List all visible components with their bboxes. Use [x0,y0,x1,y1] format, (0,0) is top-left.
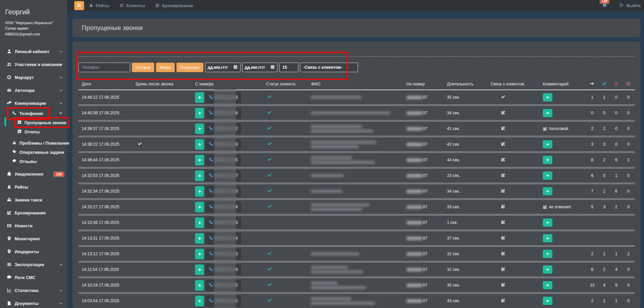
day-before-yesterday-button[interactable]: Позавчера [176,63,203,72]
client-status-cell [266,293,311,308]
caller-phone-button[interactable]: 890012342 [206,280,241,291]
edit-icon[interactable] [501,142,505,146]
sidebar-item-uchastniki-i-kompanii[interactable]: Участники и компании [0,58,67,71]
add-client-button[interactable] [195,124,204,134]
add-client-button[interactable] [195,108,204,118]
edit-icon[interactable] [501,110,505,115]
caller-phone-button[interactable]: 890012343 [206,92,241,103]
add-comment-button[interactable] [543,281,552,289]
add-comment-button[interactable] [543,93,552,101]
sidebar-item-marshrut[interactable]: Маршрут [0,71,67,84]
date-from-input[interactable]: дд.мм.гггг [205,63,240,72]
sidebar-item-dokumenty[interactable]: Документы [0,297,67,308]
client-link-select[interactable]: -Связь с клиентом- [300,63,358,72]
add-comment-button[interactable] [543,218,552,227]
add-client-button[interactable] [195,186,204,197]
topbar-item-reysy[interactable]: Рейсы [89,3,109,9]
to-number-blurred [407,158,422,162]
sidebar-item-otchety[interactable]: Отчеты [0,127,67,136]
sidebar-item-monitoring[interactable]: Мониторинг [0,232,67,245]
add-client-button[interactable] [195,280,204,291]
sidebar-item-uvedomleniya[interactable]: Уведомления239 [0,168,67,181]
topbar-item-klienty[interactable]: Клиенты [120,3,145,9]
caller-phone-button[interactable]: 890012342 [206,124,241,134]
add-client-button[interactable] [195,296,204,306]
sidebar-item-ekspluataciya[interactable]: Эксплуатация [0,258,67,271]
edit-icon[interactable] [501,157,505,162]
add-comment-button[interactable] [543,140,552,148]
sidebar-item-kommunikacii[interactable]: Коммуникации [0,97,67,110]
notifications-bell-button[interactable]: 149 [602,2,607,9]
add-comment-button[interactable] [543,172,552,180]
edit-icon[interactable] [501,251,505,256]
call-datetime: 14:11:54 17.06.2025 [78,262,136,277]
caller-phone-button[interactable]: 890012343 [206,186,241,197]
phone-filter-input[interactable] [78,63,130,72]
sidebar-item-operativnye-zadachi[interactable]: Оперативные задачи [0,148,67,157]
caller-phone-button[interactable]: 890012345 [206,155,241,165]
edit-icon[interactable] [501,189,505,193]
sidebar-item-problemy-pozhelaniya[interactable]: Проблемы / Пожелания [0,139,67,148]
to-number-cell: 07 [407,199,447,215]
caller-phone-button[interactable]: 890012348 [206,108,241,118]
caller-phone-button[interactable]: 890012343 [206,217,241,228]
sidebar-item-avtopark[interactable]: Автопарк [0,84,67,97]
per-page-select[interactable]: 15 [279,63,298,72]
edit-icon[interactable] [501,267,505,271]
menu-toggle-button[interactable] [74,1,84,10]
sidebar-item-otzyvy[interactable]: Отзывы [0,157,67,166]
add-comment-button[interactable] [543,265,552,274]
duration-cell: 35 сек. [447,90,491,105]
client-link-cell [491,90,543,105]
sidebar-item-lichnyy-kabinet[interactable]: Личный кабинет [0,45,67,58]
add-comment-button[interactable] [543,297,552,305]
sidebar-item-telefoniya[interactable]: Телефония [0,109,67,118]
edit-icon[interactable] [501,236,505,240]
caller-phone-button[interactable]: 890012343 [206,249,241,259]
today-button[interactable]: Сегодня [132,63,154,72]
edit-icon[interactable] [501,204,505,209]
sidebar-item-statistika[interactable]: Статистика [0,284,67,297]
sidebar-item-propuschenye-zvonki[interactable]: Пропущеные звонки [0,118,67,127]
logout-button[interactable]: Выйти [619,3,641,9]
caller-phone-button[interactable]: 890012344 [206,264,241,275]
topbar-item-bronirovanie[interactable]: Бронирование [155,3,193,9]
add-comment-button[interactable] [543,109,552,117]
sidebar-item-novosti[interactable]: Новости [0,220,67,232]
yesterday-button[interactable]: Вчера [156,63,174,72]
add-client-button[interactable] [195,233,204,244]
edit-icon[interactable] [501,173,505,177]
add-client-button[interactable] [195,92,204,103]
caller-phone-button[interactable]: 890012344 [206,202,241,212]
comment-text[interactable]: голосовой [543,126,586,131]
sidebar-item-incidenty[interactable]: Инциденты [0,245,67,258]
add-client-button[interactable] [195,171,204,181]
date-to-input[interactable]: дд.мм.гггг [242,63,278,72]
add-comment-button[interactable] [543,250,552,258]
sidebar-item-reysy[interactable]: Рейсы [0,181,67,194]
phone-icon [209,298,213,304]
column-header-7: Длительность [447,79,491,90]
edit-icon[interactable] [501,282,505,287]
add-comment-button[interactable] [543,187,552,195]
add-client-button[interactable] [195,139,204,150]
sidebar-item-zayavki-taksi[interactable]: Заявки такси [0,194,67,207]
add-client-button[interactable] [195,217,204,228]
caller-phone-button[interactable]: 890012343 [206,139,241,150]
add-comment-button[interactable] [543,234,552,242]
comment-text[interactable]: не отвечает [543,205,586,209]
add-client-button[interactable] [195,264,204,275]
caller-phone-button[interactable]: 890012342 [206,296,241,306]
add-client-button[interactable] [195,155,204,165]
sidebar-item-bronirovanie[interactable]: Бронирование [0,207,67,220]
edit-icon[interactable] [501,298,505,303]
caller-phone-button[interactable]: 890012347 [206,171,241,181]
add-client-button[interactable] [195,202,204,212]
add-comment-button[interactable] [543,156,552,164]
edit-icon[interactable] [501,220,505,224]
caller-phone-button[interactable]: 890012344 [206,233,241,244]
sign-out-icon [619,3,624,9]
sidebar-item-logi-sms[interactable]: Логи СМС [0,271,67,284]
edit-icon[interactable] [501,126,505,130]
add-client-button[interactable] [195,249,204,259]
